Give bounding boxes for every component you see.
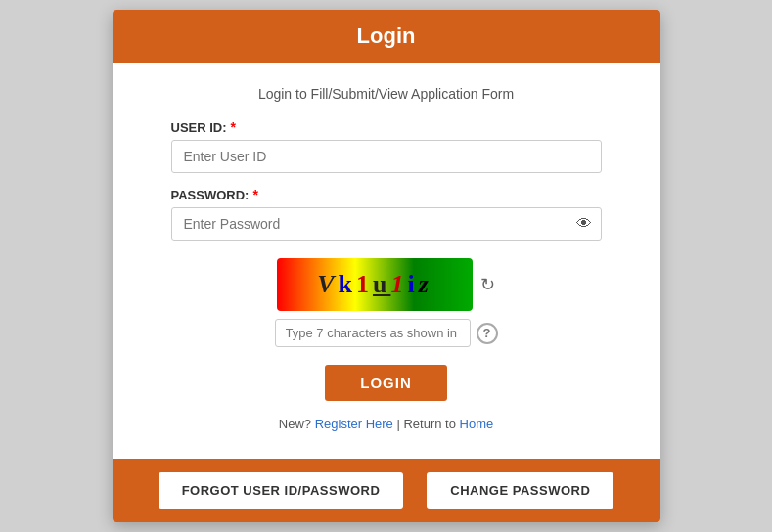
captcha-text: Vk1u1iz	[317, 270, 432, 299]
captcha-input[interactable]	[275, 319, 471, 347]
password-label: PASSWORD: *	[171, 187, 602, 202]
modal-header: Login	[113, 10, 660, 63]
modal-body: Login to Fill/Submit/View Application Fo…	[113, 63, 660, 459]
password-required: *	[252, 187, 257, 202]
forgot-password-button[interactable]: FORGOT USER ID/PASSWORD	[159, 472, 404, 509]
links-row: New? Register Here | Return to Home	[171, 417, 602, 431]
password-wrapper: 👁	[171, 207, 602, 241]
captcha-help-icon[interactable]: ?	[477, 323, 498, 344]
captcha-image: Vk1u1iz	[277, 258, 473, 311]
change-password-button[interactable]: CHANGE PASSWORD	[427, 472, 613, 509]
user-id-required: *	[231, 119, 236, 135]
user-id-field-group: USER ID: *	[171, 119, 602, 187]
login-modal: Login Login to Fill/Submit/View Applicat…	[113, 10, 660, 522]
password-field-group: PASSWORD: * 👁	[171, 187, 602, 241]
user-id-input[interactable]	[171, 140, 602, 173]
modal-title: Login	[132, 23, 641, 49]
captcha-box: Vk1u1iz ↻	[277, 258, 495, 311]
user-id-label: USER ID: *	[171, 119, 602, 135]
captcha-container: Vk1u1iz ↻ ?	[171, 258, 602, 347]
captcha-refresh-icon[interactable]: ↻	[480, 274, 495, 295]
subtitle: Login to Fill/Submit/View Application Fo…	[171, 86, 602, 102]
password-input[interactable]	[171, 207, 602, 241]
modal-footer: FORGOT USER ID/PASSWORD CHANGE PASSWORD	[113, 459, 660, 522]
home-link[interactable]: Home	[460, 417, 494, 431]
login-button[interactable]: LOGIN	[325, 365, 447, 401]
toggle-password-icon[interactable]: 👁	[576, 215, 592, 233]
register-link[interactable]: Register Here	[315, 417, 393, 431]
captcha-input-row: ?	[275, 319, 498, 347]
